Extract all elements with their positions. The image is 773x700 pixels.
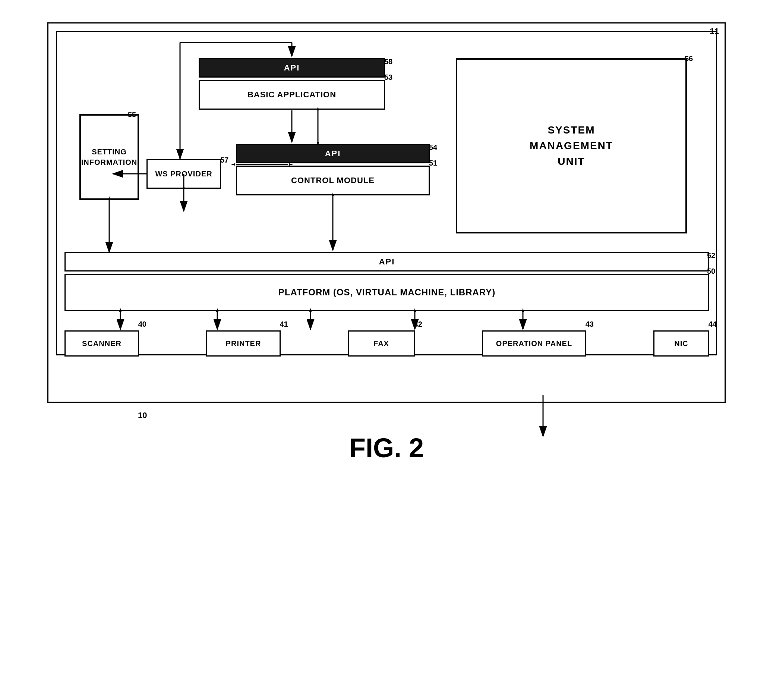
api-mid-box: API xyxy=(236,144,430,163)
platform-label: PLATFORM (OS, VIRTUAL MACHINE, LIBRARY) xyxy=(278,287,496,298)
control-module-label: CONTROL MODULE xyxy=(291,176,375,185)
ref-41: 41 xyxy=(280,320,288,329)
setting-info-box: SETTINGINFORMATION xyxy=(79,114,139,200)
ref-51: 51 xyxy=(429,159,437,168)
outer-box: 11 API 58 53 BASIC APPLICATION API xyxy=(47,22,726,403)
operation-panel-label: OPERATION PANEL xyxy=(496,339,572,348)
printer-label: PRINTER xyxy=(226,339,261,348)
nic-item: 44 NIC xyxy=(653,330,709,357)
ref-58: 58 xyxy=(384,58,393,66)
smu-label: SYSTEMMANAGEMENTUNIT xyxy=(530,122,613,169)
setting-info-label: SETTINGINFORMATION xyxy=(81,147,138,168)
ref-53: 53 xyxy=(384,73,393,82)
basic-app-label: BASIC APPLICATION xyxy=(247,90,336,100)
figure-label: FIG. 2 xyxy=(349,433,424,463)
scanner-label: SCANNER xyxy=(82,339,122,348)
api-bottom-label: API xyxy=(379,257,395,267)
basic-app-box: BASIC APPLICATION xyxy=(199,80,385,110)
nic-box: NIC xyxy=(653,330,709,357)
ws-provider-box: WS PROVIDER xyxy=(146,159,221,189)
ref-43: 43 xyxy=(586,320,594,329)
api-bottom-box: API xyxy=(64,252,709,272)
ref-54: 54 xyxy=(429,143,437,152)
printer-item: 41 PRINTER xyxy=(206,330,281,357)
smu-box: SYSTEMMANAGEMENTUNIT xyxy=(456,58,687,234)
fax-item: 42 FAX xyxy=(348,330,415,357)
ref-55: 55 xyxy=(128,110,136,119)
ref-44: 44 xyxy=(709,320,717,329)
ref-56: 56 xyxy=(685,54,693,63)
nic-label: NIC xyxy=(674,339,688,348)
apparatus-box: 11 API 58 53 BASIC APPLICATION API xyxy=(56,31,717,356)
ws-provider-label: WS PROVIDER xyxy=(155,170,212,178)
scanner-box: SCANNER xyxy=(64,330,139,357)
platform-box: PLATFORM (OS, VIRTUAL MACHINE, LIBRARY) xyxy=(64,274,709,311)
diagram: 11 API 58 53 BASIC APPLICATION API xyxy=(33,22,740,403)
api-top-label: API xyxy=(284,63,300,73)
ref-40: 40 xyxy=(138,320,146,329)
ref-57: 57 xyxy=(220,156,229,165)
nic-external-arrow xyxy=(528,395,558,440)
control-module-box: CONTROL MODULE xyxy=(236,166,430,195)
api-mid-label: API xyxy=(325,149,341,158)
fig11-label: 11 xyxy=(710,26,719,36)
api-top-box: API xyxy=(199,58,385,77)
operation-panel-item: 43 OPERATION PANEL xyxy=(482,330,586,357)
hardware-row: 40 SCANNER 41 PRINTER 42 xyxy=(64,330,709,357)
scanner-item: 40 SCANNER xyxy=(64,330,139,357)
page: 11 API 58 53 BASIC APPLICATION API xyxy=(0,0,773,700)
ref-10: 10 xyxy=(138,410,147,420)
fax-label: FAX xyxy=(373,339,389,348)
svg-marker-16 xyxy=(231,163,235,166)
ref-42: 42 xyxy=(414,320,422,329)
ref-52: 52 xyxy=(707,251,715,260)
printer-box: PRINTER xyxy=(206,330,281,357)
fax-box: FAX xyxy=(348,330,415,357)
operation-panel-box: OPERATION PANEL xyxy=(482,330,586,357)
